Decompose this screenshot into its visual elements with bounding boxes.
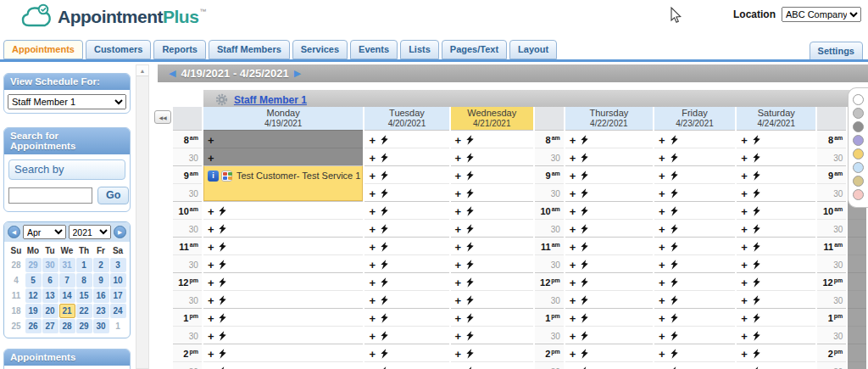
add-appointment-icon[interactable]: + [208, 277, 214, 288]
schedule-slot[interactable]: + [203, 344, 364, 361]
express-booking-icon[interactable] [466, 206, 474, 216]
add-appointment-icon[interactable]: + [455, 206, 462, 217]
express-booking-icon[interactable] [670, 135, 678, 145]
schedule-slot[interactable]: + [565, 308, 653, 326]
express-booking-icon[interactable] [381, 277, 388, 288]
express-booking-icon[interactable] [670, 295, 678, 305]
add-appointment-icon[interactable]: + [369, 313, 376, 324]
express-booking-icon[interactable] [219, 224, 226, 234]
schedule-slot[interactable]: + [737, 219, 815, 237]
tab-reports[interactable]: Reports [153, 40, 206, 59]
legend-color-dot[interactable] [853, 162, 864, 173]
add-appointment-icon[interactable]: + [455, 188, 462, 199]
express-booking-icon[interactable] [753, 331, 760, 341]
schedule-slot[interactable]: + [451, 361, 533, 369]
calendar-day-25[interactable]: 25 [8, 319, 25, 333]
add-appointment-icon[interactable]: + [659, 331, 665, 342]
schedule-slot[interactable]: + [565, 219, 653, 237]
express-booking-icon[interactable] [466, 366, 474, 369]
add-appointment-icon[interactable]: + [659, 242, 665, 253]
calendar-day-29[interactable]: 29 [76, 319, 92, 333]
calendar-day-29[interactable]: 29 [25, 258, 42, 272]
express-booking-icon[interactable] [753, 313, 760, 323]
day-header-friday[interactable]: Friday4/23/2021 [654, 107, 735, 130]
tab-settings[interactable]: Settings [810, 42, 863, 61]
express-booking-icon[interactable] [466, 242, 474, 252]
add-appointment-icon[interactable]: + [659, 313, 665, 324]
add-appointment-icon[interactable]: + [570, 295, 576, 306]
calendar-day-7[interactable]: 7 [59, 273, 75, 288]
add-appointment-icon[interactable]: + [369, 295, 376, 306]
schedule-slot[interactable]: + [364, 130, 448, 148]
schedule-slot[interactable]: + [565, 237, 653, 254]
legend-color-dot[interactable] [853, 148, 864, 159]
express-booking-icon[interactable] [581, 313, 588, 323]
express-booking-icon[interactable] [670, 171, 678, 181]
calendar-day-22[interactable]: 22 [76, 304, 92, 318]
calendar-day-26[interactable]: 26 [25, 319, 42, 333]
express-booking-icon[interactable] [381, 171, 388, 181]
tab-appointments[interactable]: Appointments [3, 40, 83, 59]
calendar-day-13[interactable]: 13 [42, 288, 58, 303]
add-appointment-icon[interactable]: + [741, 135, 748, 146]
express-booking-icon[interactable] [670, 153, 678, 163]
calendar-day-11[interactable]: 11 [8, 288, 25, 303]
calendar-day-14[interactable]: 14 [59, 288, 75, 303]
express-booking-icon[interactable] [581, 206, 588, 216]
schedule-slot[interactable]: + [654, 237, 735, 254]
add-appointment-icon[interactable]: + [455, 349, 462, 360]
add-appointment-icon[interactable]: + [570, 135, 576, 146]
schedule-slot[interactable]: + [654, 290, 735, 308]
appointment-details-icon[interactable] [221, 171, 232, 182]
info-icon[interactable]: i [208, 171, 219, 182]
schedule-slot[interactable]: + [364, 290, 448, 308]
add-appointment-icon[interactable]: + [208, 135, 214, 146]
schedule-slot[interactable]: + [451, 130, 533, 148]
calendar-day-2[interactable]: 2 [93, 258, 109, 272]
express-booking-icon[interactable] [753, 188, 760, 198]
calendar-day-19[interactable]: 19 [25, 304, 42, 318]
add-appointment-icon[interactable]: + [570, 277, 576, 288]
schedule-slot[interactable]: + [737, 361, 815, 369]
add-appointment-icon[interactable]: + [659, 366, 665, 369]
add-appointment-icon[interactable]: + [208, 260, 214, 271]
schedule-slot[interactable]: + [737, 201, 815, 219]
express-booking-icon[interactable] [753, 224, 760, 234]
add-appointment-icon[interactable]: + [455, 331, 462, 342]
schedule-slot[interactable]: + [451, 237, 533, 254]
express-booking-icon[interactable] [381, 349, 388, 359]
add-appointment-icon[interactable]: + [455, 242, 462, 253]
add-appointment-icon[interactable]: + [570, 224, 576, 235]
express-booking-icon[interactable] [581, 331, 588, 341]
add-appointment-icon[interactable]: + [208, 331, 214, 342]
add-appointment-icon[interactable]: + [369, 260, 376, 271]
express-booking-icon[interactable] [381, 260, 388, 270]
schedule-slot[interactable]: + [565, 183, 653, 201]
express-booking-icon[interactable] [753, 242, 760, 252]
calendar-day-5[interactable]: 5 [25, 273, 42, 288]
express-booking-icon[interactable] [219, 260, 226, 270]
schedule-slot[interactable]: + [565, 272, 653, 290]
next-week-icon[interactable]: ▶ [294, 68, 301, 79]
schedule-slot[interactable]: + [654, 272, 735, 290]
sidebar-scrollbar[interactable]: ▲ [136, 64, 149, 369]
add-appointment-icon[interactable]: + [659, 295, 665, 306]
add-appointment-icon[interactable]: + [455, 366, 462, 369]
day-header-saturday[interactable]: Saturday4/24/2021 [737, 107, 815, 130]
express-booking-icon[interactable] [381, 206, 388, 216]
express-booking-icon[interactable] [219, 366, 226, 369]
calendar-day-8[interactable]: 8 [76, 273, 92, 288]
collapse-sidebar-button[interactable]: ◀◀ [154, 110, 171, 124]
add-appointment-icon[interactable]: + [741, 331, 748, 342]
legend-color-dot[interactable] [853, 176, 864, 187]
schedule-slot[interactable]: + [451, 183, 533, 201]
add-appointment-icon[interactable]: + [741, 366, 748, 369]
schedule-slot[interactable]: + [654, 361, 735, 369]
add-appointment-icon[interactable]: + [208, 366, 214, 369]
appointment-block[interactable]: iTest Customer- Test Service 1 [203, 165, 364, 201]
schedule-slot[interactable]: + [654, 308, 735, 326]
add-appointment-icon[interactable]: + [570, 349, 576, 360]
add-appointment-icon[interactable]: + [369, 224, 376, 235]
add-appointment-icon[interactable]: + [570, 331, 576, 342]
add-appointment-icon[interactable]: + [659, 260, 665, 271]
